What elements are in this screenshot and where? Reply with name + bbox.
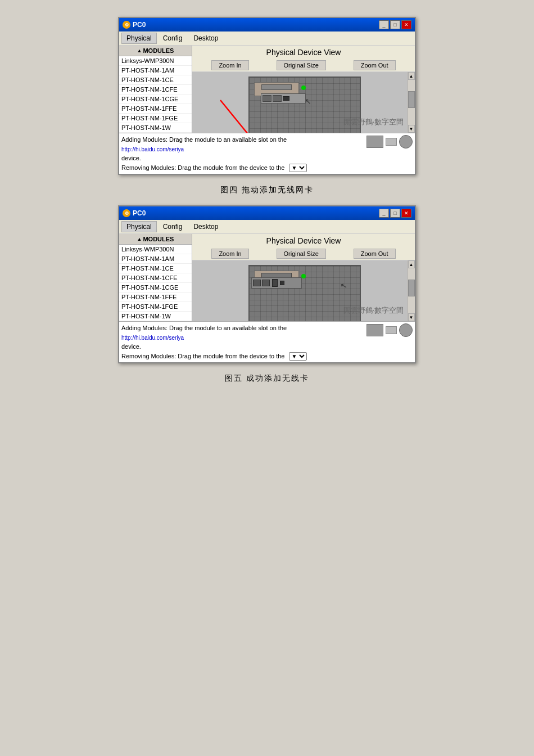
bottom-url-1[interactable]: http://hi.baidu.com/seriya [121, 146, 184, 152]
bottom-text-1: Adding Modules: Drag the module to an av… [121, 135, 328, 172]
original-size-btn-2[interactable]: Original Size [277, 249, 326, 259]
maximize-btn-1[interactable]: □ [390, 20, 400, 29]
watermark-1: 閒雲野鶴·數字空間 [343, 117, 404, 127]
thumb-wire-1 [386, 138, 397, 146]
bottom-select-1[interactable]: ▼ [289, 164, 307, 172]
bottom-line1-2: Adding Modules: Drag the module to an av… [121, 325, 287, 341]
bottom-select-2[interactable]: ▼ [289, 352, 307, 361]
inserted-module-2 [251, 277, 302, 289]
title-bar-left-1: ⚙ PC0 [123, 21, 146, 29]
original-size-btn-1[interactable]: Original Size [277, 60, 326, 70]
module-connector-1 [263, 95, 271, 102]
bottom-line1-1: Adding Modules: Drag the module to an av… [121, 136, 287, 152]
module-led-1 [301, 86, 306, 90]
title-bar-left-2: ⚙ PC0 [123, 209, 146, 217]
scroll-down-1[interactable]: ▼ [408, 125, 415, 133]
bottom-line2-1: device. [121, 155, 141, 161]
figure1-caption: 图四 拖动添加无线网卡 [220, 185, 314, 195]
tab-config-2[interactable]: Config [158, 221, 188, 232]
bottom-bar-1: Adding Modules: Drag the module to an av… [119, 133, 415, 174]
thumb-circle-1 [399, 135, 413, 148]
window-title-1: PC0 [133, 21, 146, 29]
bottom-extra-1 [328, 135, 413, 148]
module-item-1ce[interactable]: PT-HOST-NM-1CE [119, 75, 192, 85]
tab-desktop-2[interactable]: Desktop [188, 221, 223, 232]
minimize-btn-1[interactable]: _ [379, 20, 389, 29]
module-led-2 [301, 274, 306, 278]
module-item-1w-2[interactable]: PT-HOST-NM-1W [119, 312, 192, 321]
modules-header-1: ▲ MODULES [119, 46, 192, 56]
watermark-2: 閒雲野鶴·數字空間 [343, 305, 404, 316]
modules-panel-1: ▲ MODULES Linksys-WMP300N PT-HOST-NM-1AM… [119, 46, 192, 133]
bottom-url-2[interactable]: http://hi.baidu.com/seriya [121, 335, 184, 341]
device-view-title-1: Physical Device View [192, 46, 415, 59]
scroll-thumb-2[interactable] [408, 280, 415, 296]
device-canvas-1[interactable]: ↖ ▲ ▼ 閒雲野鶴·數字空間 [192, 72, 415, 133]
app-icon-1: ⚙ [123, 21, 130, 29]
module-list-2: Linksys-WMP300N PT-HOST-NM-1AM PT-HOST-N… [119, 245, 192, 321]
zoom-in-btn-1[interactable]: Zoom In [211, 60, 248, 70]
zoom-out-btn-2[interactable]: Zoom Out [354, 249, 396, 259]
module-item-linksys[interactable]: Linksys-WMP300N [119, 56, 192, 66]
device-view-panel-2: Physical Device View Zoom In Original Si… [192, 234, 415, 321]
module-item-1cfe[interactable]: PT-HOST-NM-1CFE [119, 85, 192, 94]
bottom-extra-2 [328, 323, 413, 337]
device-canvas-2[interactable]: ↖ ▲ ▼ 閒雲野鶴·數字空間 [192, 260, 415, 321]
scroll-up-1[interactable]: ▲ [408, 72, 415, 80]
module-body-1 [273, 95, 282, 102]
tab-physical-1[interactable]: Physical [121, 33, 157, 44]
module-item-linksys-2[interactable]: Linksys-WMP300N [119, 245, 192, 254]
tab-config-1[interactable]: Config [158, 33, 188, 44]
close-btn-1[interactable]: ✕ [401, 20, 411, 29]
menu-bar-2: Physical Config Desktop [119, 220, 415, 234]
title-controls-2: _ □ ✕ [379, 209, 411, 218]
device-view-toolbar-1: Zoom In Original Size Zoom Out [192, 59, 415, 72]
modules-scroll-up-2: ▲ [137, 236, 142, 242]
module-item-1am[interactable]: PT-HOST-NM-1AM [119, 66, 192, 75]
module-item-1ffe[interactable]: PT-HOST-NM-1FFE [119, 104, 192, 114]
modules-panel-2: ▲ MODULES Linksys-WMP300N PT-HOST-NM-1AM… [119, 234, 192, 321]
scrollbar-2[interactable]: ▲ ▼ [407, 260, 415, 321]
module-item-1fge-2[interactable]: PT-HOST-NM-1FGE [119, 302, 192, 312]
title-bar-1: ⚙ PC0 _ □ ✕ [119, 18, 415, 32]
zoom-in-btn-2[interactable]: Zoom In [211, 249, 248, 259]
module-item-1cge[interactable]: PT-HOST-NM-1CGE [119, 94, 192, 104]
bottom-line3-1: Removing Modules: Drag the module from t… [121, 164, 284, 171]
module-item-1w[interactable]: PT-HOST-NM-1W [119, 123, 192, 133]
module-item-1cge-2[interactable]: PT-HOST-NM-1CGE [119, 283, 192, 292]
maximize-btn-2[interactable]: □ [390, 209, 400, 218]
modules-header-2: ▲ MODULES [119, 234, 192, 245]
module-item-1cfe-2[interactable]: PT-HOST-NM-1CFE [119, 273, 192, 283]
thumb-wire-2 [386, 326, 397, 334]
window-title-2: PC0 [133, 209, 146, 217]
scroll-up-2[interactable]: ▲ [408, 260, 415, 268]
module-item-1ce-2[interactable]: PT-HOST-NM-1CE [119, 264, 192, 273]
title-controls-1: _ □ ✕ [379, 20, 411, 29]
bottom-line3-2: Removing Modules: Drag the module from t… [121, 353, 284, 359]
window-content-1: ▲ MODULES Linksys-WMP300N PT-HOST-NM-1AM… [119, 46, 415, 133]
window-content-2: ▲ MODULES Linksys-WMP300N PT-HOST-NM-1AM… [119, 234, 415, 321]
window1: ⚙ PC0 _ □ ✕ Physical Config Desktop ▲ MO… [118, 17, 416, 175]
thumb-device-1 [366, 136, 383, 148]
tab-physical-2[interactable]: Physical [121, 221, 157, 232]
module-list-1: Linksys-WMP300N PT-HOST-NM-1AM PT-HOST-N… [119, 56, 192, 133]
slot-bay-1 [261, 84, 292, 90]
zoom-out-btn-1[interactable]: Zoom Out [354, 60, 396, 70]
figure2-caption: 图五 成功添加无线卡 [225, 374, 309, 384]
scrollbar-1[interactable]: ▲ ▼ [407, 72, 415, 133]
module-item-1ffe-2[interactable]: PT-HOST-NM-1FFE [119, 292, 192, 302]
ins-port2 [280, 281, 284, 285]
scroll-thumb-1[interactable] [408, 91, 415, 108]
close-btn-2[interactable]: ✕ [401, 209, 411, 218]
dragged-module-1 [261, 93, 306, 104]
scroll-down-2[interactable]: ▼ [408, 313, 415, 321]
bottom-line2-2: device. [121, 343, 141, 350]
module-item-1am-2[interactable]: PT-HOST-NM-1AM [119, 254, 192, 264]
ins-port [272, 279, 278, 287]
thumb-device-2 [366, 324, 383, 336]
minimize-btn-2[interactable]: _ [379, 209, 389, 218]
tab-desktop-1[interactable]: Desktop [188, 33, 223, 44]
modules-scroll-up: ▲ [137, 48, 142, 53]
thumb-circle-2 [399, 323, 413, 337]
module-item-1fge[interactable]: PT-HOST-NM-1FGE [119, 114, 192, 123]
